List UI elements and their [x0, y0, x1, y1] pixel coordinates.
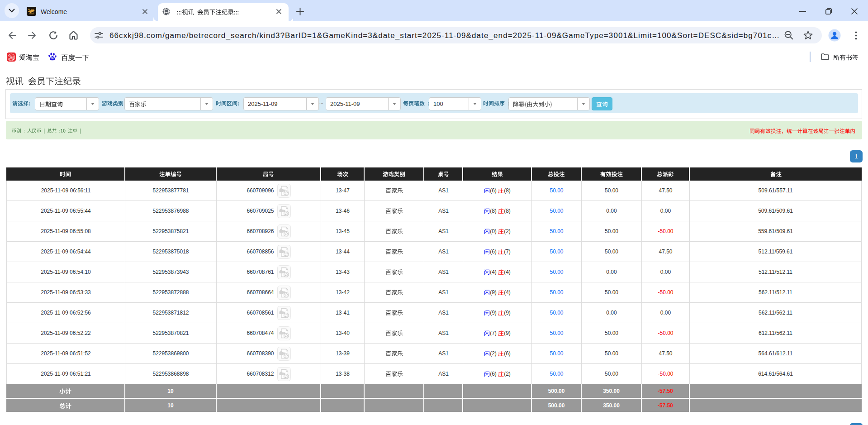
- svg-text:du: du: [51, 57, 54, 60]
